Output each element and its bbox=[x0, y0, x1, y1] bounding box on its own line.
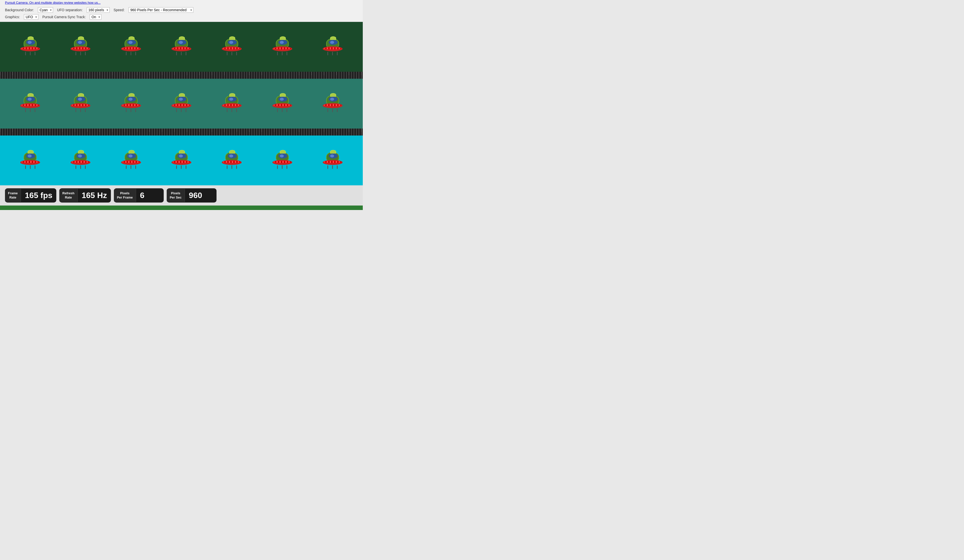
stats-bar: Frame Rate 165 fps Refresh Rate 165 Hz P… bbox=[0, 186, 363, 205]
ufo-leg bbox=[332, 109, 333, 112]
stat-label-refresh-rate: Refresh Rate bbox=[59, 189, 78, 202]
ufo-leg bbox=[25, 165, 26, 169]
ufo-saucer bbox=[222, 160, 242, 165]
ufo-leg bbox=[75, 109, 76, 112]
ufo-leg bbox=[135, 165, 136, 169]
ufo-leg bbox=[327, 165, 328, 169]
ufo bbox=[70, 152, 90, 169]
ufo bbox=[222, 38, 242, 55]
graphics-select[interactable]: UFO bbox=[24, 14, 38, 20]
ufo-legs bbox=[176, 52, 186, 55]
ufo-leg bbox=[80, 52, 81, 55]
ufo-leg bbox=[186, 109, 186, 112]
top-link-text: Pursuit Camera: On and multiple display … bbox=[5, 1, 101, 5]
background-color-label: Background Color: bbox=[5, 8, 34, 12]
ufo-saucer bbox=[20, 160, 40, 165]
graphics-wrapper[interactable]: UFO bbox=[24, 14, 38, 20]
ufo-saucer bbox=[322, 46, 343, 51]
ufo-saucer bbox=[171, 160, 191, 165]
ufo bbox=[121, 95, 141, 112]
ufo-saucer bbox=[272, 160, 292, 165]
ufo-leg bbox=[327, 52, 328, 55]
ufo-leg bbox=[186, 165, 186, 169]
ufo-leg bbox=[181, 165, 182, 169]
ufo-legs bbox=[227, 165, 237, 169]
ufo-leg bbox=[287, 109, 287, 112]
ufo-leg bbox=[287, 52, 287, 55]
ufo-leg bbox=[236, 52, 237, 55]
ufo-dome bbox=[229, 36, 235, 40]
ufo-leg bbox=[332, 165, 333, 169]
ufo-leg bbox=[35, 109, 35, 112]
ufo-leg bbox=[126, 109, 127, 112]
ufo bbox=[70, 38, 90, 55]
graphics-label: Graphics: bbox=[5, 15, 20, 19]
ufo-leg bbox=[327, 109, 328, 112]
ufo-leg bbox=[332, 52, 333, 55]
controls-row-2: Graphics: UFO Pursuit Camera Sync Track:… bbox=[5, 14, 358, 20]
ruler-bar-2 bbox=[0, 129, 363, 135]
ufo-dome bbox=[330, 93, 336, 97]
ufo-leg bbox=[80, 165, 81, 169]
ufo-leg bbox=[181, 52, 182, 55]
ufo-legs bbox=[327, 109, 338, 112]
pursuit-camera-label: Pursuit Camera Sync Track: bbox=[42, 15, 86, 19]
stat-value-pixels-per-sec: 960 bbox=[185, 188, 206, 202]
ufo bbox=[70, 95, 90, 112]
ufo-dome bbox=[280, 150, 286, 153]
ufo-leg bbox=[186, 52, 186, 55]
ufo-container-2 bbox=[0, 95, 363, 112]
ufo-saucer bbox=[121, 46, 141, 51]
ufo-legs bbox=[277, 52, 287, 55]
ufo-dome bbox=[129, 150, 135, 153]
ufo-leg bbox=[227, 52, 228, 55]
ufo-leg bbox=[236, 165, 237, 169]
ufo bbox=[322, 95, 343, 112]
stat-box-refresh-rate: Refresh Rate 165 Hz bbox=[59, 188, 111, 202]
ufo-legs bbox=[327, 165, 338, 169]
ufo-saucer bbox=[272, 103, 292, 108]
ufo-legs bbox=[126, 165, 136, 169]
ufo-dome bbox=[78, 93, 84, 97]
ufo-leg bbox=[337, 165, 338, 169]
ufo-legs bbox=[75, 109, 86, 112]
ufo-saucer bbox=[322, 103, 343, 108]
ufo-saucer bbox=[222, 46, 242, 51]
ruler-marks-large bbox=[0, 129, 363, 132]
pursuit-camera-wrapper[interactable]: On bbox=[90, 14, 101, 20]
ufo-separation-select[interactable]: 160 pixels bbox=[87, 7, 110, 13]
ufo-leg bbox=[135, 52, 136, 55]
background-color-wrapper[interactable]: Cyan bbox=[38, 7, 53, 13]
ufo-leg bbox=[130, 109, 131, 112]
ufo-leg bbox=[80, 109, 81, 112]
ufo-legs bbox=[75, 165, 86, 169]
ufo-dome bbox=[78, 150, 84, 153]
ufo-saucer bbox=[70, 46, 90, 51]
ufo-leg bbox=[277, 52, 278, 55]
ufo bbox=[171, 152, 191, 169]
ufo-leg bbox=[75, 52, 76, 55]
ufo-dome bbox=[280, 36, 286, 40]
ufo bbox=[20, 152, 40, 169]
stat-label-pixels-per-sec: Pixels Per Sec bbox=[167, 189, 185, 202]
stat-value-pixels-per-frame: 6 bbox=[136, 188, 148, 202]
ufo bbox=[272, 38, 292, 55]
ufo-leg bbox=[30, 109, 31, 112]
speed-select[interactable]: 960 Pixels Per Sec - Recommended bbox=[129, 7, 193, 13]
ufo-leg bbox=[130, 52, 131, 55]
pursuit-camera-select[interactable]: On bbox=[90, 14, 101, 20]
ufo bbox=[20, 95, 40, 112]
background-color-select[interactable]: Cyan bbox=[38, 7, 53, 13]
stat-box-pixels-per-frame: Pixels Per Frame 6 bbox=[114, 188, 164, 202]
ufo-leg bbox=[282, 165, 283, 169]
ufo bbox=[322, 152, 343, 169]
controls-row-1: Background Color: Cyan UFO separation: 1… bbox=[5, 7, 358, 13]
ufo bbox=[222, 95, 242, 112]
ufo-separation-wrapper[interactable]: 160 pixels bbox=[87, 7, 110, 13]
speed-wrapper[interactable]: 960 Pixels Per Sec - Recommended bbox=[129, 7, 193, 13]
ufo-leg bbox=[85, 52, 86, 55]
ufo-leg bbox=[337, 52, 338, 55]
ufo bbox=[272, 95, 292, 112]
ufo-leg bbox=[231, 52, 232, 55]
ufo-leg bbox=[287, 165, 287, 169]
